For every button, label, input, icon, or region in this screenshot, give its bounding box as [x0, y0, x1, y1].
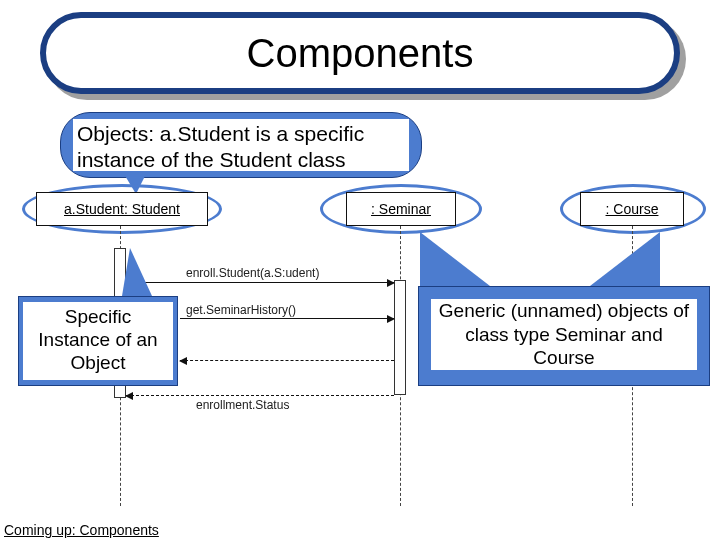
message-enroll-label: enroll.Student(a.S:udent) [186, 266, 319, 280]
title-banner: Components [40, 12, 680, 100]
generic-callout-inner: Generic (unnamed) objects of class type … [425, 293, 703, 379]
message-get-history [180, 318, 394, 319]
specific-callout-text: Specific Instance of an Object [23, 302, 173, 379]
description-callout: Objects: a.Student is a specific instanc… [60, 112, 422, 178]
page-title: Components [247, 31, 474, 76]
specific-callout: Specific Instance of an Object [18, 296, 178, 386]
description-text: Objects: a.Student is a specific instanc… [73, 119, 409, 171]
object-box-course: : Course [580, 192, 684, 226]
object-box-seminar: : Seminar [346, 192, 456, 226]
message-get-history-label: get.SeminarHistory() [186, 303, 296, 317]
arrow-right-icon [387, 315, 395, 323]
object-box-student: a.Student: Student [36, 192, 208, 226]
message-status-label: enrollment.Status [196, 398, 289, 412]
generic-callout-tail-1 [420, 232, 490, 286]
message-return-history [180, 360, 394, 361]
message-enroll [126, 282, 394, 283]
activation-seminar [394, 280, 406, 395]
specific-callout-tail [122, 248, 152, 296]
arrow-left-icon [125, 392, 133, 400]
message-return-status [126, 395, 394, 396]
arrow-right-icon [387, 279, 395, 287]
arrow-left-icon [179, 357, 187, 365]
title-pill: Components [40, 12, 680, 94]
generic-callout-text: Generic (unnamed) objects of class type … [431, 299, 697, 370]
footer-text: Coming up: Components [4, 522, 159, 538]
generic-callout: Generic (unnamed) objects of class type … [418, 286, 710, 386]
generic-callout-tail-2 [590, 232, 660, 286]
